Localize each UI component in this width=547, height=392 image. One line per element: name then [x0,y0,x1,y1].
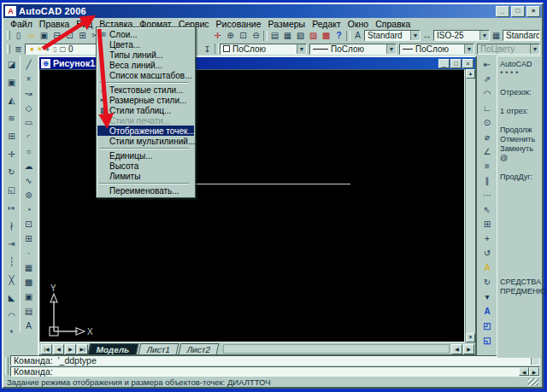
break-icon[interactable]: ╳ [5,273,18,286]
tab-layout2[interactable]: Лист2 [179,343,220,354]
format-plot-styles[interactable]: Стили печати... [97,115,194,126]
toolbar-grip[interactable] [7,44,10,54]
format-limits[interactable]: Лимиты [97,171,194,181]
layer-freeze-icon[interactable]: ☀ [36,45,44,53]
polyline-icon[interactable]: ↝ [22,87,35,100]
format-layers[interactable]: ≋ Слои... [97,29,194,39]
menu-file[interactable]: Файл [7,19,36,29]
move-icon[interactable]: ✛ [5,148,18,161]
plot-preview-icon[interactable]: ⊡ [63,30,76,42]
make-object-layer-current-icon[interactable]: ↧ [201,43,214,55]
screen-menu-item[interactable]: * * * * [500,69,542,79]
tab-model[interactable]: Модель [88,343,138,354]
screen-menu-item[interactable]: ПродДуг: [500,173,542,182]
ellipse-arc-icon[interactable]: ◔ [22,203,35,216]
format-rename[interactable]: Переименовать... [97,185,194,196]
aligned-dimension-icon[interactable]: ⇗ [481,73,494,85]
format-dim-styles[interactable]: ⇤ Размерные стили... [97,95,194,105]
text-style-icon[interactable]: A [351,30,364,42]
table-style-icon[interactable]: ▦ [490,30,503,42]
maximize-button[interactable]: □ [511,6,525,17]
hatch-icon[interactable]: ▦ [22,261,35,274]
diameter-dimension-icon[interactable]: ⌀ [481,131,494,143]
fillet-icon[interactable]: ◠ [5,309,18,322]
ordinate-dimension-icon[interactable]: ∟ [481,102,494,114]
command-history[interactable]: Команда: '_ddptype [10,355,540,366]
screen-menu-item[interactable]: AutoCAD [500,60,542,69]
layer-plot-icon[interactable]: ▯ [51,45,59,53]
command-window-grip[interactable] [5,357,9,375]
quick-dimension-icon[interactable]: ≡ [481,160,494,173]
text-style-combo[interactable]: Standard ▼ [364,30,421,41]
tab-last-button[interactable]: ▶| [77,344,88,354]
designcenter-icon[interactable]: ▦ [281,30,294,42]
tab-first-button[interactable]: |◀ [41,344,52,354]
format-linetypes[interactable]: Типы линий... [97,50,194,60]
layer-manager-icon[interactable]: ≣ [12,43,25,55]
window-titlebar[interactable]: A AutoCAD 2006 _□× [3,4,542,18]
format-lineweights[interactable]: Веса линий... [97,60,194,70]
arc-icon[interactable]: ◜ [22,131,35,143]
baseline-dimension-icon[interactable]: ∥ [481,174,494,187]
menu-draw[interactable]: Рисование [213,19,265,29]
chevron-down-icon[interactable]: ▼ [464,44,473,54]
doc-close-button[interactable]: × [462,59,473,68]
scroll-up-icon[interactable]: ▲ [466,69,475,79]
dimension-edit-icon[interactable]: ↺ [481,247,494,260]
screen-menu-item[interactable]: СРЕДСТВА [500,278,542,287]
dimension-style-icon[interactable]: ▾ [481,290,494,303]
resize-grip[interactable] [528,378,538,386]
format-text-styles[interactable]: A Текстовые стили... [97,85,194,95]
sheetset-manager-icon[interactable]: ▧ [294,30,307,42]
screen-menu-item[interactable] [500,116,542,126]
quick-leader-icon[interactable]: ⇖ [481,203,494,216]
menu-edit[interactable]: Правка [36,19,73,29]
screen-menu-item[interactable]: ПРЕДМЕНЮ [500,287,542,296]
command-scroll-right-icon[interactable]: ▶ [529,367,539,376]
format-thickness[interactable]: Высота [97,161,194,171]
tolerance-icon[interactable]: ⊞ [481,218,494,231]
menu-help[interactable]: Справка [372,19,414,29]
screen-menu-item[interactable] [500,163,542,173]
revcloud-icon[interactable]: ☁ [22,160,35,173]
ellipse-icon[interactable]: ⊜ [22,189,35,202]
offset-icon[interactable]: ≋ [5,112,18,125]
rotate-icon[interactable]: ↻ [5,166,18,178]
format-scale-list[interactable]: Список масштабов... [97,70,194,80]
screen-menu-item[interactable]: Продолж [500,126,542,135]
format-table-styles[interactable]: ▦ Стили таблиц... [97,105,194,115]
copy-icon[interactable]: ▣ [5,76,18,89]
screen-menu-item[interactable]: Отменить [500,135,542,144]
circle-icon[interactable]: ○ [22,145,35,158]
chevron-down-icon[interactable]: ▼ [297,44,306,54]
dim-style-icon[interactable]: ↔ [421,30,433,42]
break-at-point-icon[interactable]: ┆ [5,255,18,268]
plot-icon[interactable]: ⊟ [50,30,63,42]
extend-icon[interactable]: ⇥ [5,237,18,250]
doc-restore-button[interactable]: □ [450,59,462,68]
arc-length-dimension-icon[interactable]: ◠ [481,87,494,100]
make-block-icon[interactable]: ⊞ [22,232,35,245]
annotation-style-icon[interactable]: A [481,305,494,318]
array-icon[interactable]: ⊞ [5,130,18,143]
command-input[interactable]: Команда: ◀ ▶ [10,366,540,377]
toolbar-grip[interactable] [7,31,10,40]
tab-prev-button[interactable]: ◀ [53,344,64,354]
scroll-left-icon[interactable]: ◀ [451,344,462,354]
center-mark-icon[interactable]: + [481,232,494,245]
menu-dimension[interactable]: Размеры [265,19,309,29]
publish-icon[interactable]: ⊞ [76,30,89,42]
line-icon[interactable]: ╱ [22,58,35,71]
table-icon[interactable]: ▤ [22,305,35,318]
screen-menu-item[interactable]: Замкнуть [500,144,542,154]
chevron-down-icon[interactable]: ▼ [410,31,420,40]
save-icon[interactable]: ▣ [38,30,50,42]
mtext-icon[interactable]: A [22,319,35,332]
doc-minimize-button[interactable]: _ [438,59,450,68]
erase-icon[interactable]: ◪ [5,58,18,71]
angular-dimension-icon[interactable]: ∠ [481,145,494,158]
pan-icon[interactable]: ✛ [211,30,224,42]
chevron-down-icon[interactable]: ▼ [479,31,489,40]
layer-color-swatch[interactable]: ▢ [59,45,67,53]
linear-dimension-icon[interactable]: ⇤ [481,58,494,71]
